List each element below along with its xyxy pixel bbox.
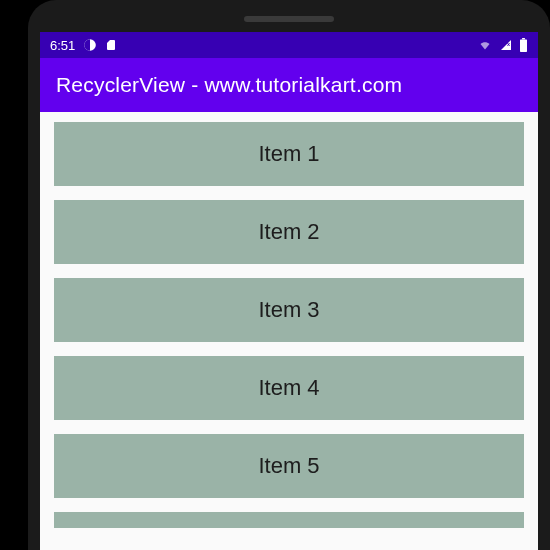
status-bar: 6:51 x [40,32,538,58]
svg-rect-3 [522,38,525,39]
app-bar-title: RecyclerView - www.tutorialkart.com [56,73,402,97]
status-left: 6:51 [50,38,117,53]
list-item[interactable] [54,512,524,528]
list-item[interactable]: Item 3 [54,278,524,342]
list-item-label: Item 3 [258,297,319,323]
list-item[interactable]: Item 1 [54,122,524,186]
wifi-icon [477,39,493,51]
list-item-label: Item 5 [258,453,319,479]
list-item[interactable]: Item 5 [54,434,524,498]
battery-icon [519,38,528,52]
contrast-icon [83,38,97,52]
list-item[interactable]: Item 4 [54,356,524,420]
recycler-view[interactable]: Item 1 Item 2 Item 3 Item 4 Item 5 [40,112,538,550]
list-item-label: Item 4 [258,375,319,401]
screen: 6:51 x RecyclerVie [40,32,538,550]
sd-card-icon [105,38,117,52]
status-right: x [477,38,528,52]
device-frame: 6:51 x RecyclerVie [28,0,550,550]
list-item[interactable]: Item 2 [54,200,524,264]
status-time: 6:51 [50,38,75,53]
speaker-slot [244,16,334,22]
svg-rect-2 [520,39,527,52]
list-item-label: Item 1 [258,141,319,167]
list-item-label: Item 2 [258,219,319,245]
app-bar: RecyclerView - www.tutorialkart.com [40,58,538,112]
signal-icon: x [499,39,513,51]
